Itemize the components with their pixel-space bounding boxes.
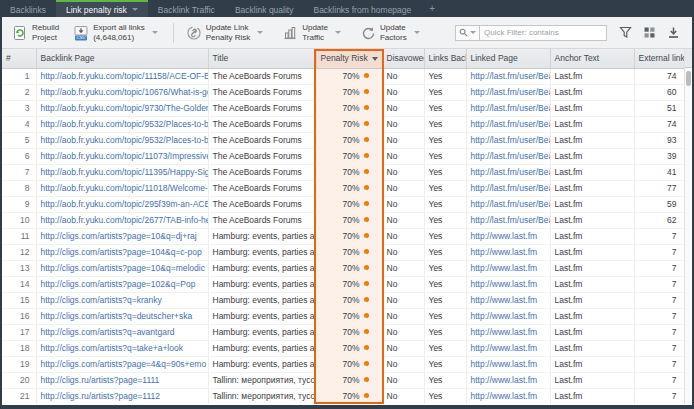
table-row[interactable]: 5http://aob.fr.yuku.com/topic/9532/Place… bbox=[2, 132, 684, 148]
linked-page-link[interactable]: http://www.last.fm bbox=[466, 244, 550, 260]
table-row[interactable]: 16http://cligs.com/artists?q=deutscher+s… bbox=[2, 308, 684, 324]
tab-backlink-traffic[interactable]: Backlink Traffic bbox=[148, 0, 225, 17]
linked-page-link[interactable]: http://www.last.fm bbox=[466, 260, 550, 276]
table-row[interactable]: 4http://aob.fr.yuku.com/topic/9532/Place… bbox=[2, 116, 684, 132]
table-row[interactable]: 3http://aob.fr.yuku.com/topic/9730/The-G… bbox=[2, 100, 684, 116]
table-row[interactable]: 19http://cligs.com/artists?page=4&q=90s+… bbox=[2, 356, 684, 372]
backlink-page-link[interactable]: http://aob.fr.yuku.com/topic/295f39m-an-… bbox=[36, 196, 208, 212]
backlink-page-link[interactable]: http://aob.fr.yuku.com/topic/9730/The-Go… bbox=[36, 100, 208, 116]
backlink-page-link[interactable]: http://aob.fr.yuku.com/topic/11018/Welco… bbox=[36, 180, 208, 196]
backlink-page-link[interactable]: http://cligs.com/artists?q=avantgard bbox=[36, 324, 208, 340]
tab-backlinks-from-homepage[interactable]: Backlinks from homepage bbox=[303, 0, 421, 17]
penalty-risk-cell: 70% bbox=[316, 68, 382, 84]
column-header-penalty-risk[interactable]: Penalty Risk bbox=[316, 49, 382, 68]
penalty-risk-cell: 70% bbox=[316, 292, 382, 308]
table-row[interactable]: 14http://cligs.com/artists?page=102&q=Po… bbox=[2, 276, 684, 292]
linked-page-link[interactable]: http://www.last.fm bbox=[466, 372, 550, 388]
export-dropdown-chevron-icon[interactable] bbox=[152, 31, 158, 34]
filter-icon[interactable] bbox=[619, 26, 632, 39]
linked-page-link[interactable]: http://last.fm/user/Bea... bbox=[466, 116, 550, 132]
table-row[interactable]: 8http://aob.fr.yuku.com/topic/11018/Welc… bbox=[2, 180, 684, 196]
backlink-page-link[interactable]: http://aob.fr.yuku.com/topic/11158/ACE-O… bbox=[36, 68, 208, 84]
quick-filter-input[interactable] bbox=[479, 25, 607, 41]
backlink-page-link[interactable]: http://cligs.com/artists?page=102&q=Pop bbox=[36, 276, 208, 292]
table-row[interactable]: 17http://cligs.com/artists?q=avantgardHa… bbox=[2, 324, 684, 340]
update-traffic-dropdown-chevron-icon[interactable] bbox=[335, 31, 341, 34]
linked-page-link[interactable]: http://www.last.fm bbox=[466, 276, 550, 292]
backlink-page-link[interactable]: http://aob.fr.yuku.com/topic/9532/Places… bbox=[36, 116, 208, 132]
linked-page-link[interactable]: http://last.fm/user/Bea... bbox=[466, 100, 550, 116]
column-header-number[interactable]: # bbox=[2, 49, 36, 68]
column-header-anchor-text[interactable]: Anchor Text bbox=[550, 49, 634, 68]
linked-page-link[interactable]: http://last.fm/user/Bea... bbox=[466, 148, 550, 164]
table-row[interactable]: 15http://cligs.com/artists?q=krankyHambu… bbox=[2, 292, 684, 308]
columns-icon[interactable] bbox=[643, 26, 656, 39]
backlink-page-link[interactable]: http://aob.fr.yuku.com/topic/2677/TAB-in… bbox=[36, 212, 208, 228]
vertical-scrollbar[interactable] bbox=[684, 49, 692, 404]
backlink-page-link[interactable]: http://aob.fr.yuku.com/topic/10676/What-… bbox=[36, 84, 208, 100]
backlink-page-link[interactable]: http://aob.fr.yuku.com/topic/9532/Places… bbox=[36, 132, 208, 148]
linked-page-link[interactable]: http://last.fm/user/Bea... bbox=[466, 212, 550, 228]
backlink-page-link[interactable]: http://aob.fr.yuku.com/topic/11073/Impre… bbox=[36, 148, 208, 164]
tab-backlink-quality[interactable]: Backlink quality bbox=[225, 0, 304, 17]
linked-page-link[interactable]: http://www.last.fm bbox=[466, 340, 550, 356]
rebuild-project-button[interactable]: Rebuild Project bbox=[8, 21, 63, 44]
linked-page-link[interactable]: http://last.fm/user/Bea... bbox=[466, 132, 550, 148]
add-tab-button[interactable]: + bbox=[421, 0, 443, 17]
backlink-page-link[interactable]: http://cligs.com/artists?page=10&q=melod… bbox=[36, 260, 208, 276]
table-row[interactable]: 7http://aob.fr.yuku.com/topic/11395/Happ… bbox=[2, 164, 684, 180]
tab-backlinks[interactable]: Backlinks bbox=[0, 0, 56, 17]
linked-page-link[interactable]: http://www.last.fm bbox=[466, 356, 550, 372]
table-row[interactable]: 1http://aob.fr.yuku.com/topic/11158/ACE-… bbox=[2, 68, 684, 84]
backlink-page-link[interactable]: http://cligs.com/artists?q=kranky bbox=[36, 292, 208, 308]
backlink-page-link[interactable]: http://cligs.com/artists?page=4&q=90s+em… bbox=[36, 356, 208, 372]
update-traffic-button[interactable]: Update Traffic bbox=[278, 21, 348, 44]
update-link-dropdown-chevron-icon[interactable] bbox=[257, 31, 263, 34]
tab-link-penalty-risk[interactable]: Link penalty risk bbox=[56, 0, 148, 17]
update-factors-button[interactable]: Update Factors bbox=[356, 21, 427, 44]
scrollbar-thumb[interactable] bbox=[686, 71, 691, 86]
linked-page-link[interactable]: http://last.fm/user/Bea... bbox=[466, 84, 550, 100]
column-header-disavowed[interactable]: Disavowed bbox=[382, 49, 424, 68]
table-row[interactable]: 20http://cligs.ru/artists?page=1111Talli… bbox=[2, 372, 684, 388]
linked-page-link[interactable]: http://last.fm/user/Bea... bbox=[466, 68, 550, 84]
backlink-page-link[interactable]: http://cligs.com/artists?q=take+a+look bbox=[36, 340, 208, 356]
column-header-linked-page[interactable]: Linked Page bbox=[466, 49, 550, 68]
column-header-backlink-page[interactable]: Backlink Page bbox=[36, 49, 208, 68]
linked-page-link[interactable]: http://last.fm/user/Bea... bbox=[466, 164, 550, 180]
linked-page-link[interactable]: http://last.fm/user/Bea... bbox=[466, 180, 550, 196]
title-cell: The AceBoards Forums bbox=[208, 116, 316, 132]
table-row[interactable]: 11http://cligs.com/artists?page=10&q=dj+… bbox=[2, 228, 684, 244]
linked-page-link[interactable]: http://www.last.fm bbox=[466, 388, 550, 404]
column-header-links-back[interactable]: Links Back bbox=[424, 49, 466, 68]
linked-page-link[interactable]: http://www.last.fm bbox=[466, 292, 550, 308]
penalty-risk-cell: 70% bbox=[316, 212, 382, 228]
linked-page-link[interactable]: http://www.last.fm bbox=[466, 308, 550, 324]
table-row[interactable]: 12http://cligs.com/artists?page=104&q=c-… bbox=[2, 244, 684, 260]
update-link-penalty-risk-button[interactable]: Update Link Penalty Risk bbox=[182, 21, 270, 44]
backlink-page-link[interactable]: http://cligs.com/artists?page=104&q=c-po… bbox=[36, 244, 208, 260]
table-row[interactable]: 13http://cligs.com/artists?page=10&q=mel… bbox=[2, 260, 684, 276]
export-all-links-button[interactable]: CSV Export all links (4,648,061) bbox=[69, 21, 165, 44]
backlink-page-link[interactable]: http://cligs.com/artists?q=deutscher+ska bbox=[36, 308, 208, 324]
table-row[interactable]: 21http://cligs.ru/artists?page=1112Talli… bbox=[2, 388, 684, 404]
table-row[interactable]: 9http://aob.fr.yuku.com/topic/295f39m-an… bbox=[2, 196, 684, 212]
backlink-page-link[interactable]: http://cligs.ru/artists?page=1112 bbox=[36, 388, 208, 404]
table-row[interactable]: 6http://aob.fr.yuku.com/topic/11073/Impr… bbox=[2, 148, 684, 164]
download-icon[interactable] bbox=[667, 26, 680, 39]
linked-page-link[interactable]: http://www.last.fm bbox=[466, 324, 550, 340]
column-header-external-links[interactable]: External links bbox=[634, 49, 684, 68]
update-factors-dropdown-chevron-icon[interactable] bbox=[414, 31, 420, 34]
backlink-page-link[interactable]: http://cligs.com/artists?page=10&q=dj+ra… bbox=[36, 228, 208, 244]
linked-page-link[interactable]: http://www.last.fm bbox=[466, 228, 550, 244]
column-header-title[interactable]: Title bbox=[208, 49, 316, 68]
backlink-page-link[interactable]: http://cligs.ru/artists?page=1111 bbox=[36, 372, 208, 388]
linked-page-link[interactable]: http://last.fm/user/Bea... bbox=[466, 196, 550, 212]
table-row[interactable]: 2http://aob.fr.yuku.com/topic/10676/What… bbox=[2, 84, 684, 100]
search-mode-selector[interactable] bbox=[455, 25, 479, 41]
title-cell: Hamburg: events, parties and con... bbox=[208, 356, 316, 372]
table-row[interactable]: 10http://aob.fr.yuku.com/topic/2677/TAB-… bbox=[2, 212, 684, 228]
table-row[interactable]: 18http://cligs.com/artists?q=take+a+look… bbox=[2, 340, 684, 356]
backlink-page-link[interactable]: http://aob.fr.yuku.com/topic/11395/Happy… bbox=[36, 164, 208, 180]
tab-dropdown-chevron-icon[interactable] bbox=[132, 8, 138, 11]
